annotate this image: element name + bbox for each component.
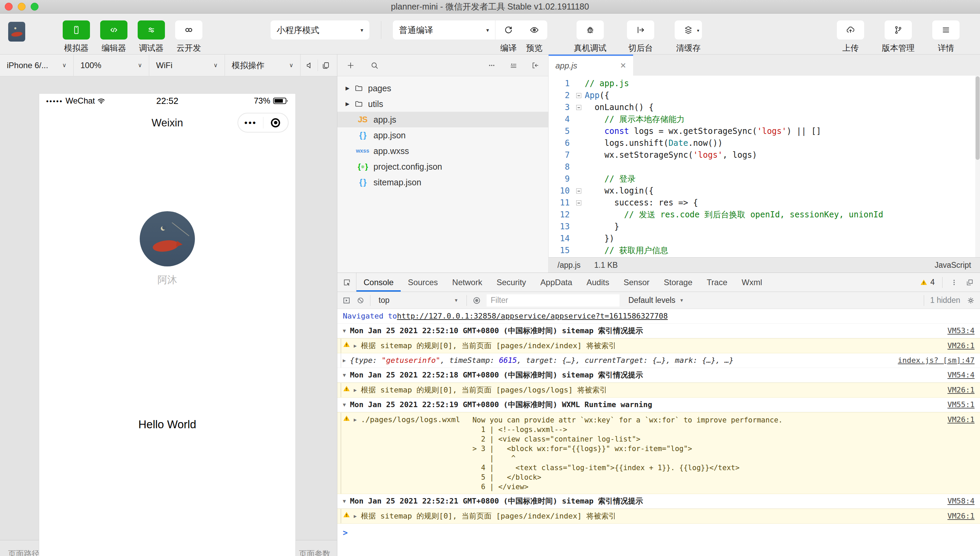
console-source-link[interactable]: VM26:1 [948,341,975,351]
mini-program-avatar[interactable] [140,211,195,267]
console-filter-input[interactable] [487,294,619,307]
devtools-tab-storage[interactable]: Storage [657,273,700,292]
mode-select[interactable]: 小程序模式 ▾ [270,21,369,39]
console-source-link[interactable]: VM55:1 [948,399,975,410]
network-select[interactable]: WiFi∨ [149,55,225,76]
tree-folder-utils[interactable]: ▶utils [337,96,548,112]
close-icon[interactable]: ✕ [620,61,626,70]
devtools-tab-sensor[interactable]: Sensor [616,273,657,292]
console-source-link[interactable]: VM53:4 [948,326,975,336]
devtools-tab-appdata[interactable]: AppData [533,273,579,292]
page-params-label[interactable]: 页面参数 [292,540,337,556]
more-icon[interactable] [488,61,496,70]
compile-mode-select[interactable]: 普通编译 ▾ [393,21,495,39]
code-area[interactable]: 1// app.js2App({3 onLaunch() {4 // 展示本地存… [548,76,980,257]
console-row-group[interactable]: ▼Mon Jan 25 2021 22:52:18 GMT+0800 (中国标准… [337,368,980,383]
line-number[interactable]: 10 [548,185,572,197]
console-source-link[interactable]: index.js? [sm]:47 [898,356,975,365]
inspect-element-icon[interactable] [337,273,356,292]
tree-file-app-json[interactable]: { }app.json [337,128,548,143]
line-number[interactable]: 3 [548,102,572,113]
expand-caret[interactable]: ▶ [346,101,354,107]
line-number[interactable]: 8 [548,161,572,173]
devtools-tab-security[interactable]: Security [489,273,533,292]
console-source-link[interactable]: VM26:1 [948,511,975,521]
line-number[interactable]: 13 [548,221,572,233]
expand-caret[interactable]: ▼ [343,399,346,410]
editor-button[interactable]: 编辑器 [100,21,128,53]
clear-cache-button[interactable]: ▾清缓存 [675,21,702,53]
line-number[interactable]: 9 [548,173,572,185]
expand-caret[interactable]: ▶ [354,415,357,425]
actions-select[interactable]: 模拟操作∨ [225,55,301,76]
console-prompt[interactable]: > [337,524,980,540]
line-number[interactable]: 11 [548,197,572,209]
background-button[interactable]: 切后台 [627,21,654,53]
devtools-tab-sources[interactable]: Sources [401,273,445,292]
tree-folder-pages[interactable]: ▶pages [337,81,548,96]
user-avatar[interactable] [8,22,25,42]
console-row-group[interactable]: ▼Mon Jan 25 2021 22:52:19 GMT+0800 (中国标准… [337,398,980,412]
fold-toggle-icon[interactable] [576,93,581,98]
editor-tab-app-js[interactable]: app.js ✕ [548,55,633,76]
compile-button[interactable] [495,21,521,39]
tree-file-project-config-json[interactable]: {}project.config.json [337,159,548,175]
expand-caret[interactable]: ▶ [343,356,346,365]
details-button[interactable]: 详情 [932,21,959,53]
expand-caret[interactable]: ▶ [354,511,357,521]
expand-caret[interactable]: ▼ [343,370,346,380]
version-button[interactable]: 版本管理 [882,21,915,53]
line-number[interactable]: 6 [548,137,572,149]
cloud-dev-button[interactable]: 云开发 [175,21,202,53]
devtools-tab-network[interactable]: Network [445,273,489,292]
undock-icon[interactable] [966,278,974,286]
console-row-group[interactable]: ▼Mon Jan 25 2021 22:52:10 GMT+0800 (中国标准… [337,324,980,338]
scrollbar[interactable] [975,76,980,257]
expand-caret[interactable]: ▼ [343,326,346,336]
devtools-tab-trace[interactable]: Trace [700,273,734,292]
search-icon[interactable] [370,61,379,70]
console-source-link[interactable]: VM54:4 [948,370,975,380]
context-select[interactable]: top ▼ [376,296,461,305]
tree-file-app-js[interactable]: JSapp.js [337,112,548,128]
line-number[interactable]: 2 [548,90,572,102]
log-levels-select[interactable]: Default levels ▼ [628,296,684,305]
home-button[interactable] [264,118,288,128]
devtools-tab-console[interactable]: Console [356,273,401,292]
device-debug-button[interactable]: 真机调试 [574,21,606,53]
expand-caret[interactable]: ▶ [354,341,357,351]
live-expression-icon[interactable] [472,296,481,305]
warning-count-badge[interactable]: 4 [920,278,935,287]
line-number[interactable]: 15 [548,245,572,257]
line-number[interactable]: 5 [548,125,572,137]
line-number[interactable]: 14 [548,233,572,245]
expand-caret[interactable]: ▼ [343,496,346,506]
console-source-link[interactable]: VM26:1 [948,385,975,395]
fold-toggle-icon[interactable] [576,188,581,194]
dock-left-icon[interactable] [531,61,539,70]
preview-button[interactable] [521,21,547,39]
devtools-tab-audits[interactable]: Audits [579,273,616,292]
collapse-all-icon[interactable] [509,61,517,70]
fold-toggle-icon[interactable] [576,105,581,110]
console-source-link[interactable]: VM26:1 [948,415,975,425]
device-select[interactable]: iPhone 6/...∨ [0,55,74,76]
plus-icon[interactable] [346,61,355,70]
fold-toggle-icon[interactable] [576,200,581,205]
zoom-select[interactable]: 100%∨ [74,55,149,76]
console-row-group[interactable]: ▼Mon Jan 25 2021 22:52:21 GMT+0800 (中国标准… [337,494,980,509]
line-number[interactable]: 7 [548,149,572,161]
menu-dots-button[interactable]: ••• [238,119,263,126]
speaker-icon[interactable] [305,61,314,70]
console-sidebar-icon[interactable] [342,296,351,305]
console-settings-icon[interactable] [966,296,975,305]
clear-console-icon[interactable] [356,296,365,305]
expand-caret[interactable]: ▶ [346,85,354,91]
upload-button[interactable]: 上传 [837,21,864,53]
simulator-button[interactable]: 模拟器 [63,21,90,53]
windows-icon[interactable] [321,61,330,70]
devtools-tab-wxml[interactable]: Wxml [735,273,770,292]
kebab-menu-icon[interactable] [950,278,958,286]
line-number[interactable]: 1 [548,78,572,90]
tree-file-sitemap-json[interactable]: { }sitemap.json [337,175,548,190]
